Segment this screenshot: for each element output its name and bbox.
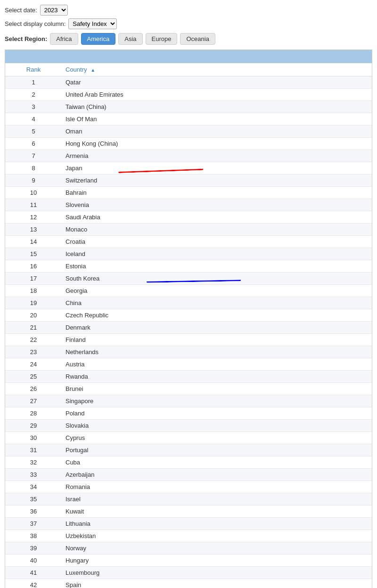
display-label: Select display column:	[5, 20, 66, 27]
table-row: 25Rwanda	[5, 371, 372, 383]
cell-rank: 27	[5, 395, 62, 407]
table-row: 17South Korea	[5, 273, 372, 285]
table-row: 5Oman	[5, 125, 372, 138]
date-label: Select date:	[5, 7, 37, 14]
region-btn-america[interactable]: America	[81, 33, 116, 45]
cell-rank: 32	[5, 456, 62, 469]
region-btn-europe[interactable]: Europe	[146, 33, 178, 45]
data-table: Rank Country ▲ 1Qatar2United Arab Emirat…	[5, 63, 372, 588]
cell-country: Brunei	[62, 383, 372, 395]
cell-country: Georgia	[62, 285, 372, 297]
cell-country: Norway	[62, 542, 372, 555]
cell-country: Cuba	[62, 456, 372, 469]
table-row: 20Czech Republic	[5, 309, 372, 322]
table-row: 16Estonia	[5, 260, 372, 273]
table-row: 33Azerbaijan	[5, 469, 372, 481]
table-row: 6Hong Kong (China)	[5, 138, 372, 150]
cell-rank: 16	[5, 260, 62, 273]
blue-annotation	[147, 276, 241, 282]
cell-rank: 21	[5, 322, 62, 334]
cell-rank: 42	[5, 579, 62, 588]
cell-country: Luxembourg	[62, 567, 372, 579]
region-btn-oceania[interactable]: Oceania	[180, 33, 215, 45]
cell-country: Czech Republic	[62, 309, 372, 322]
sort-arrow-icon: ▲	[90, 67, 95, 73]
cell-rank: 33	[5, 469, 62, 481]
cell-rank: 37	[5, 518, 62, 530]
region-btn-africa[interactable]: Africa	[50, 33, 78, 45]
table-row: 12Saudi Arabia	[5, 211, 372, 224]
table-row: 29Slovakia	[5, 420, 372, 432]
cell-country: Taiwan (China)	[62, 101, 372, 113]
date-row: Select date: 2023202220212020	[5, 5, 372, 16]
cell-country: Saudi Arabia	[62, 211, 372, 224]
cell-rank: 6	[5, 138, 62, 150]
cell-rank: 34	[5, 481, 62, 493]
table-header-bar	[5, 50, 372, 63]
col-rank[interactable]: Rank	[5, 63, 62, 76]
cell-rank: 13	[5, 224, 62, 236]
table-row: 18Georgia	[5, 285, 372, 297]
cell-country: Austria	[62, 358, 372, 371]
cell-country: Rwanda	[62, 371, 372, 383]
cell-rank: 40	[5, 555, 62, 567]
region-btn-asia[interactable]: Asia	[118, 33, 142, 45]
table-row: 8Japan	[5, 162, 372, 174]
cell-rank: 19	[5, 297, 62, 309]
table-row: 11Slovenia	[5, 199, 372, 211]
cell-country: Poland	[62, 407, 372, 420]
table-row: 7Armenia	[5, 150, 372, 162]
cell-rank: 31	[5, 444, 62, 456]
cell-rank: 30	[5, 432, 62, 444]
cell-rank: 25	[5, 371, 62, 383]
date-select[interactable]: 2023202220212020	[40, 5, 68, 16]
controls-container: Select date: 2023202220212020 Select dis…	[5, 5, 372, 29]
table-row: 34Romania	[5, 481, 372, 493]
cell-rank: 5	[5, 125, 62, 138]
cell-rank: 28	[5, 407, 62, 420]
cell-country: Romania	[62, 481, 372, 493]
cell-rank: 14	[5, 236, 62, 248]
cell-rank: 3	[5, 101, 62, 113]
display-select[interactable]: Safety IndexCrime IndexCrime Rate	[68, 18, 117, 29]
table-row: 41Luxembourg	[5, 567, 372, 579]
table-row: 1Qatar	[5, 76, 372, 89]
table-row: 22Finland	[5, 334, 372, 346]
region-label: Select Region:	[5, 35, 47, 42]
table-row: 32Cuba	[5, 456, 372, 469]
cell-rank: 39	[5, 542, 62, 555]
cell-country: Netherlands	[62, 346, 372, 358]
cell-country: South Korea	[62, 273, 372, 285]
table-row: 39Norway	[5, 542, 372, 555]
cell-country: Israel	[62, 493, 372, 505]
cell-country: Slovakia	[62, 420, 372, 432]
cell-country: Singapore	[62, 395, 372, 407]
red-annotation	[118, 166, 203, 173]
table-row: 27Singapore	[5, 395, 372, 407]
cell-country: Kuwait	[62, 505, 372, 518]
col-country[interactable]: Country ▲	[62, 63, 372, 76]
table-row: 2United Arab Emirates	[5, 89, 372, 101]
table-row: 13Monaco	[5, 224, 372, 236]
cell-rank: 18	[5, 285, 62, 297]
table-row: 37Lithuania	[5, 518, 372, 530]
cell-rank: 17	[5, 273, 62, 285]
table-row: 24Austria	[5, 358, 372, 371]
table-row: 10Bahrain	[5, 187, 372, 199]
cell-rank: 12	[5, 211, 62, 224]
table-row: 9Switzerland	[5, 174, 372, 187]
cell-country: Slovenia	[62, 199, 372, 211]
cell-country: United Arab Emirates	[62, 89, 372, 101]
cell-country: Azerbaijan	[62, 469, 372, 481]
table-row: 14Croatia	[5, 236, 372, 248]
region-selector: Select Region: AfricaAmericaAsiaEuropeOc…	[5, 33, 372, 45]
cell-country: Finland	[62, 334, 372, 346]
cell-country: Estonia	[62, 260, 372, 273]
cell-rank: 7	[5, 150, 62, 162]
cell-rank: 36	[5, 505, 62, 518]
table-row: 31Portugal	[5, 444, 372, 456]
cell-country: Isle Of Man	[62, 113, 372, 125]
cell-country: Croatia	[62, 236, 372, 248]
cell-rank: 4	[5, 113, 62, 125]
table-row: 21Denmark	[5, 322, 372, 334]
